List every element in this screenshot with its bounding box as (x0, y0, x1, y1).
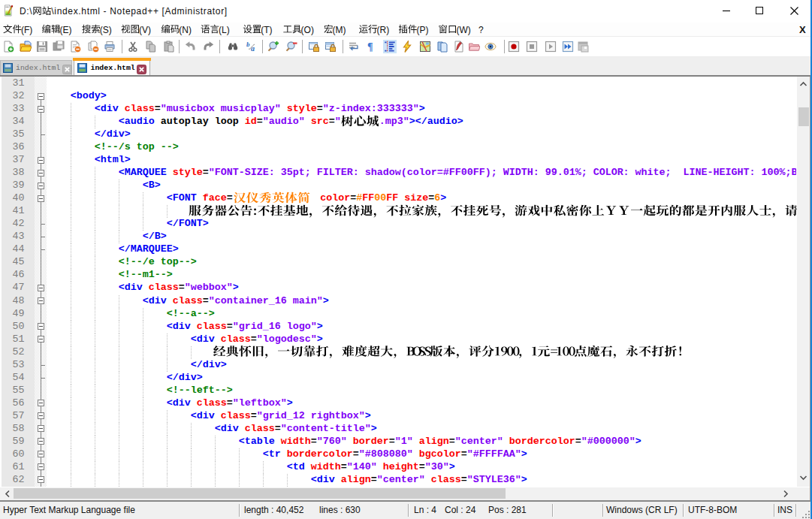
svg-text:b: b (246, 41, 250, 48)
svg-text:¶: ¶ (367, 41, 373, 53)
